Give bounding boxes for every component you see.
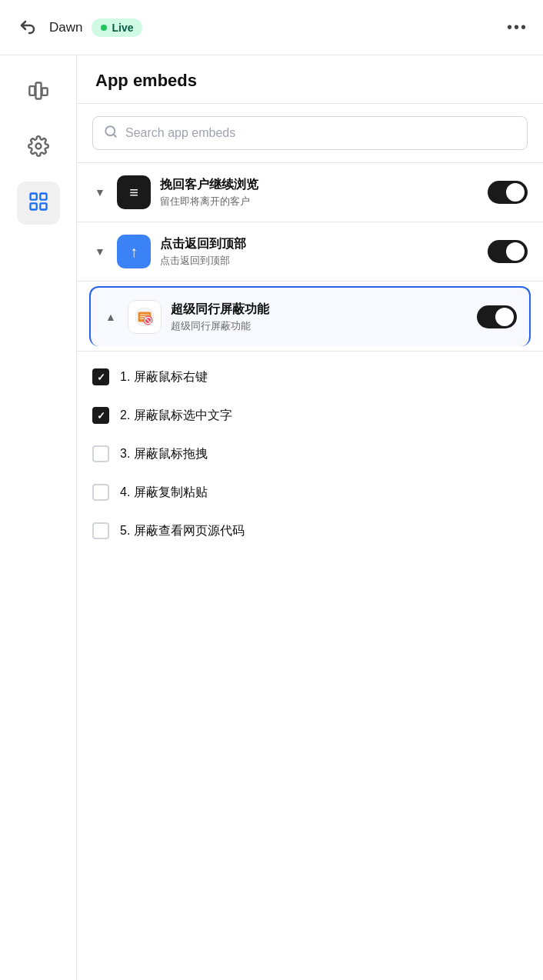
embed-text-1: 挽回客户继续浏览 留住即将离开的客户 (160, 177, 478, 208)
search-input[interactable] (125, 126, 516, 140)
checkbox-3[interactable] (92, 445, 109, 462)
sidebar-item-apps[interactable] (17, 182, 60, 225)
gear-icon (28, 135, 49, 160)
checkbox-2[interactable] (92, 407, 109, 424)
live-label: Live (112, 22, 133, 34)
embed-icon-2: ↑ (117, 235, 151, 268)
svg-rect-1 (35, 83, 41, 99)
toggle-3[interactable] (477, 305, 517, 328)
embed-subtitle-2: 点击返回到顶部 (160, 254, 478, 268)
embed-title-1: 挽回客户继续浏览 (160, 177, 478, 193)
embed-item-1[interactable]: ▼ ≡ 挽回客户继续浏览 留住即将离开的客户 (77, 163, 543, 222)
svg-rect-4 (30, 194, 36, 200)
checkbox-item-4: 4. 屏蔽复制粘贴 (77, 473, 543, 512)
svg-rect-7 (40, 203, 46, 209)
embed-icon-1: ≡ (117, 175, 151, 209)
svg-rect-2 (42, 88, 47, 95)
main-layout: App embeds ▼ ≡ 挽回客户继续浏览 留住即将 (0, 55, 543, 980)
live-dot (101, 25, 107, 31)
svg-line-9 (113, 134, 115, 136)
embed-item-3[interactable]: ▲ (89, 286, 531, 346)
topbar: Dawn Live ••• (0, 0, 543, 55)
more-menu-button[interactable]: ••• (507, 18, 528, 36)
embed-item-3-wrapper: ▲ (77, 282, 543, 352)
store-name: Dawn (49, 20, 82, 35)
content-area: App embeds ▼ ≡ 挽回客户继续浏览 留住即将 (77, 55, 543, 980)
connect-icon (28, 80, 49, 105)
checkbox-5[interactable] (92, 522, 109, 539)
embed-title-3: 超级同行屏蔽功能 (171, 302, 468, 318)
sidebar (0, 55, 77, 980)
checkbox-label-2: 2. 屏蔽鼠标选中文字 (120, 408, 232, 424)
apps-icon (28, 191, 49, 215)
checkbox-label-5: 5. 屏蔽查看网页源代码 (120, 523, 245, 539)
svg-rect-12 (140, 314, 149, 315)
embed-subtitle-3: 超级同行屏蔽功能 (171, 319, 468, 333)
checkbox-1[interactable] (92, 368, 109, 385)
embed-title-2: 点击返回到顶部 (160, 236, 478, 252)
checkbox-4[interactable] (92, 484, 109, 501)
embed-subtitle-1: 留住即将离开的客户 (160, 195, 478, 208)
checkbox-list: 1. 屏蔽鼠标右键 2. 屏蔽鼠标选中文字 3. 屏蔽鼠标拖拽 4. 屏蔽复制粘… (77, 352, 543, 556)
svg-point-3 (35, 144, 41, 149)
checkbox-label-4: 4. 屏蔽复制粘贴 (120, 485, 208, 501)
sidebar-item-settings[interactable] (17, 126, 60, 169)
page-header: App embeds (77, 55, 543, 104)
chevron-down-icon: ▼ (92, 186, 108, 198)
embed-item-2[interactable]: ▼ ↑ 点击返回到顶部 点击返回到顶部 (77, 222, 543, 282)
page-title: App embeds (95, 71, 525, 91)
embed-text-3: 超级同行屏蔽功能 超级同行屏蔽功能 (171, 302, 468, 333)
search-icon (104, 125, 118, 142)
live-badge: Live (92, 18, 142, 37)
checkbox-label-3: 3. 屏蔽鼠标拖拽 (120, 446, 208, 462)
checkbox-item-5: 5. 屏蔽查看网页源代码 (77, 512, 543, 550)
search-bar (92, 116, 528, 150)
svg-rect-0 (29, 86, 35, 95)
checkbox-label-1: 1. 屏蔽鼠标右键 (120, 369, 208, 385)
checkbox-item-2: 2. 屏蔽鼠标选中文字 (77, 396, 543, 435)
svg-rect-6 (30, 203, 36, 209)
chevron-up-icon-3: ▲ (103, 311, 118, 323)
embed-text-2: 点击返回到顶部 点击返回到顶部 (160, 236, 478, 268)
svg-rect-5 (40, 194, 46, 200)
checkbox-item-1: 1. 屏蔽鼠标右键 (77, 358, 543, 396)
checkbox-item-3: 3. 屏蔽鼠标拖拽 (77, 435, 543, 473)
toggle-1[interactable] (488, 181, 528, 204)
toggle-2[interactable] (488, 240, 528, 263)
embed-icon-3 (128, 300, 162, 334)
chevron-down-icon-2: ▼ (92, 245, 108, 258)
sidebar-item-connect[interactable] (17, 71, 60, 114)
search-container (77, 104, 543, 163)
back-button[interactable] (15, 15, 40, 40)
